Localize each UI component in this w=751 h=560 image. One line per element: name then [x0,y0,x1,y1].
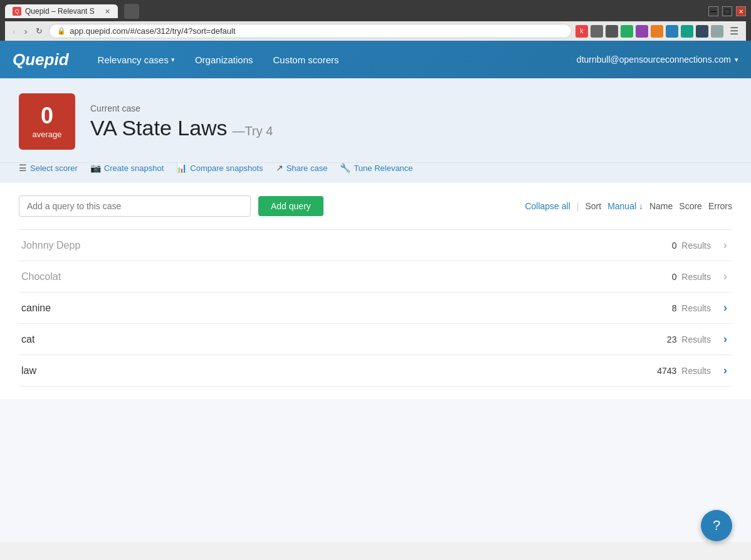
browser-titlebar: Q Quepid – Relevant S ✕ ─ □ ✕ [5,4,746,19]
nav-item-relevancy-cases[interactable]: Relevancy cases ▾ [88,41,185,78]
url-text: app.quepid.com/#/case/312/try/4?sort=def… [70,26,235,36]
query-row[interactable]: Johnny Depp 0 Results › [19,230,732,261]
add-query-button[interactable]: Add query [258,196,323,216]
query-results: 8 Results [672,303,711,313]
compare-snapshots-button[interactable]: 📊 Compare snapshots [176,163,263,173]
ext-k: k [575,25,588,38]
select-scorer-icon: ☰ [19,163,27,173]
nav-user-menu[interactable]: dturnbull@opensourceconnections.com ▾ [577,54,738,65]
compare-snapshots-icon: 📊 [176,163,187,173]
sort-manual-label: Manual [607,201,636,211]
query-expand-chevron[interactable]: › [718,270,732,283]
result-count: 0 [672,272,677,282]
query-name: canine [19,303,672,314]
select-scorer-button[interactable]: ☰ Select scorer [19,163,78,173]
query-results: 0 Results [672,272,711,282]
sort-label-text: Sort [585,201,601,211]
case-info: Current case VA State Laws —Try 4 [90,103,732,140]
results-label: Results [681,303,711,313]
query-expand-chevron[interactable]: › [718,333,732,346]
query-row[interactable]: Chocolat 0 Results › [19,261,732,293]
case-header: 0 average Current case VA State Laws —Tr… [0,78,751,163]
query-expand-chevron[interactable]: › [718,364,732,377]
minimize-button[interactable]: ─ [708,6,718,16]
nav-relevancy-cases-label: Relevancy cases [98,54,169,65]
create-snapshot-icon: 📷 [90,163,101,173]
tune-relevance-icon: 🔧 [340,163,350,173]
app-nav: Quepid Relevancy cases ▾ Organizations C… [0,41,751,78]
result-count: 8 [672,303,677,313]
share-case-button[interactable]: ↗ Share case [276,163,328,173]
ext-8 [681,25,693,38]
sort-arrow-icon: ↓ [639,201,643,211]
results-label: Results [681,334,711,345]
tab-title: Quepid – Relevant S [25,7,95,16]
browser-tab[interactable]: Q Quepid – Relevant S ✕ [5,4,118,18]
sort-controls: Collapse all | Sort Manual ↓ Name Score … [525,201,732,211]
tab-favicon: Q [13,7,21,16]
browser-menu-button[interactable]: ☰ [727,25,741,37]
query-input[interactable] [19,195,251,217]
query-area: Add query Collapse all | Sort Manual ↓ N… [0,183,751,399]
browser-toolbar: ‹ › ↻ 🔒 app.quepid.com/#/case/312/try/4?… [5,21,746,41]
score-badge: 0 average [19,93,75,150]
tune-relevance-label: Tune Relevance [354,163,412,173]
ext-7 [666,25,678,38]
refresh-button[interactable]: ↻ [33,25,45,37]
query-row[interactable]: canine 8 Results › [19,293,732,324]
query-list: Johnny Depp 0 Results › Chocolat 0 Resul… [19,229,732,386]
query-expand-chevron[interactable]: › [718,239,732,252]
share-case-label: Share case [286,163,328,173]
query-name: cat [19,334,667,345]
new-tab-area [124,4,139,19]
tab-close-button[interactable]: ✕ [105,8,110,16]
score-label: average [33,130,62,139]
query-row[interactable]: law 4743 Results › [19,355,732,386]
current-case-label: Current case [90,103,732,113]
close-window-button[interactable]: ✕ [736,6,746,16]
case-try: —Try 4 [233,124,273,138]
query-row[interactable]: cat 23 Results › [19,324,732,355]
nav-item-custom-scorers[interactable]: Custom scorers [263,41,349,78]
app-wrapper: Quepid Relevancy cases ▾ Organizations C… [0,41,751,542]
address-bar[interactable]: 🔒 app.quepid.com/#/case/312/try/4?sort=d… [49,24,572,38]
collapse-all-button[interactable]: Collapse all [525,201,570,211]
query-controls: Add query Collapse all | Sort Manual ↓ N… [19,195,732,217]
query-results: 23 Results [667,334,711,345]
nav-user-chevron: ▾ [735,56,738,64]
result-count: 23 [667,334,677,345]
nav-item-organizations[interactable]: Organizations [185,41,263,78]
create-snapshot-label: Create snapshot [104,163,164,173]
sort-divider: | [577,201,579,211]
case-name: VA State Laws [90,116,228,140]
tune-relevance-button[interactable]: 🔧 Tune Relevance [340,163,412,173]
forward-button[interactable]: › [22,25,30,38]
sort-name-button[interactable]: Name [649,201,673,211]
result-count: 0 [672,241,677,251]
nav-user-email: dturnbull@opensourceconnections.com [577,54,731,65]
back-button[interactable]: ‹ [10,25,18,38]
ext-9 [696,25,708,38]
create-snapshot-button[interactable]: 📷 Create snapshot [90,163,164,173]
results-label: Results [681,366,711,376]
nav-items: Relevancy cases ▾ Organizations Custom s… [88,41,577,78]
nav-organizations-label: Organizations [195,54,253,65]
sort-errors-button[interactable]: Errors [708,201,732,211]
query-results: 4743 Results [657,366,711,376]
maximize-button[interactable]: □ [722,6,732,16]
compare-snapshots-label: Compare snapshots [190,163,263,173]
ext-6 [651,25,663,38]
ext-5 [636,25,648,38]
sort-manual-button[interactable]: Manual ↓ [607,201,643,211]
app-logo[interactable]: Quepid [13,50,69,70]
sort-score-button[interactable]: Score [679,201,702,211]
nav-custom-scorers-label: Custom scorers [273,54,339,65]
case-toolbar: ☰ Select scorer 📷 Create snapshot 📊 Comp… [0,163,751,183]
query-expand-chevron[interactable]: › [718,301,732,314]
result-count: 4743 [657,366,676,376]
ext-2 [591,25,603,38]
case-title: VA State Laws —Try 4 [90,116,732,140]
ssl-icon: 🔒 [57,27,66,35]
chat-button[interactable]: ? [701,510,732,541]
query-name: Chocolat [19,271,672,283]
